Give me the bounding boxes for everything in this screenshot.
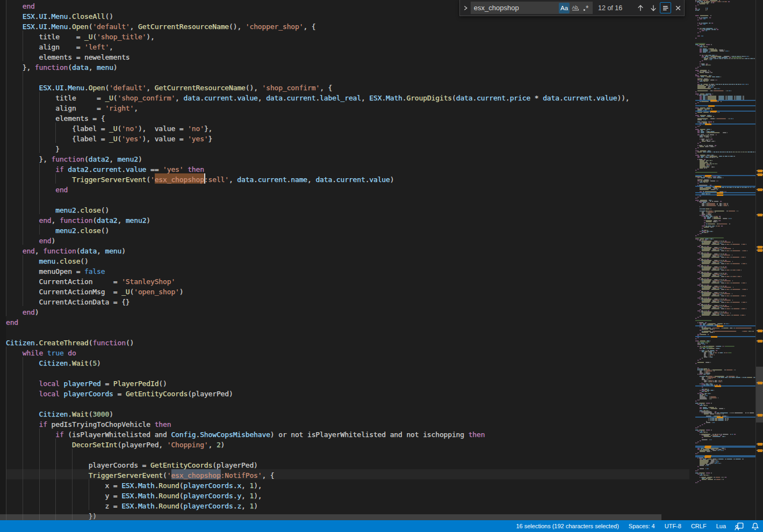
code-line[interactable]: CurrentActionData = {} bbox=[6, 296, 130, 306]
code-line[interactable]: }, function(data, menu) bbox=[6, 61, 118, 71]
code-line[interactable]: end bbox=[6, 0, 35, 10]
code-line[interactable]: end) bbox=[6, 235, 55, 245]
code-line[interactable]: menu.close() bbox=[6, 255, 89, 265]
code-line[interactable]: while true do bbox=[6, 347, 76, 357]
code-line[interactable]: Citizen.Wait(3000) bbox=[6, 408, 113, 418]
minimap-selection-line bbox=[695, 192, 755, 193]
code-line[interactable]: }, function(data2, menu2) bbox=[6, 153, 142, 163]
find-input[interactable]: esx_chopshop Aa Ab * bbox=[471, 2, 593, 14]
code-line[interactable]: Citizen.CreateThread(function() bbox=[6, 337, 134, 347]
code-line[interactable]: if data2.current.value == 'yes' then bbox=[6, 163, 204, 173]
status-encoding[interactable]: UTF-8 bbox=[660, 520, 686, 532]
indent-guide bbox=[6, 71, 6, 82]
minimap-selection-line bbox=[695, 325, 755, 326]
code-line[interactable]: ESX.UI.Menu.Open('default', GetCurrentRe… bbox=[6, 20, 315, 31]
code-line[interactable]: end) bbox=[6, 306, 39, 316]
ruler-find-match-mark bbox=[758, 340, 762, 342]
code-line[interactable]: title = _U('shop_title'), bbox=[6, 31, 155, 41]
horizontal-scrollbar[interactable] bbox=[0, 514, 661, 520]
code-line[interactable]: {label = _U('no'), value = 'no'}, bbox=[6, 122, 212, 133]
code-line[interactable]: Citizen.Wait(5) bbox=[6, 357, 101, 367]
code-line[interactable]: {label = _U('yes'), value = 'yes'} bbox=[6, 133, 212, 143]
minimap-find-match bbox=[717, 417, 723, 418]
indent-guide bbox=[39, 449, 40, 459]
notifications-button[interactable] bbox=[747, 520, 763, 532]
code-line[interactable]: y = ESX.Math.Round(playerCoords.y, 1), bbox=[6, 490, 262, 500]
minimap-find-match bbox=[704, 456, 711, 458]
indent-guide bbox=[6, 398, 6, 408]
code-line[interactable]: CurrentActionMsg = _U('open_shop') bbox=[6, 286, 183, 296]
indent-guide bbox=[6, 449, 6, 459]
toggle-replace-chevron[interactable] bbox=[460, 0, 471, 16]
minimap-find-match bbox=[708, 105, 715, 107]
code-line[interactable]: menu2.close() bbox=[6, 224, 109, 235]
code-line[interactable]: z = ESX.Math.Round(playerCoords.z, 1) bbox=[6, 500, 258, 510]
code-line[interactable]: end, function(data2, menu2) bbox=[6, 214, 150, 224]
chevron-right-icon bbox=[461, 4, 470, 12]
indent-guide bbox=[23, 194, 23, 204]
code-line[interactable]: align = 'right', bbox=[6, 102, 138, 112]
indent-guide bbox=[23, 449, 23, 459]
feedback-button[interactable] bbox=[731, 520, 747, 532]
code-line[interactable]: local playerPed = PlayerPedId() bbox=[6, 377, 167, 388]
editor-left-shade bbox=[0, 0, 6, 520]
code-line[interactable]: ESX.UI.Menu.CloseAll() bbox=[6, 10, 113, 20]
ruler-find-match-mark bbox=[758, 214, 762, 216]
ruler-find-match-mark bbox=[758, 170, 762, 172]
next-match-button[interactable] bbox=[647, 2, 659, 14]
code-line[interactable]: elements = newelements bbox=[6, 51, 130, 61]
find-in-selection-button[interactable] bbox=[660, 2, 671, 13]
previous-match-button[interactable] bbox=[635, 2, 646, 14]
indent-guide bbox=[72, 449, 73, 459]
minimap-find-match bbox=[705, 175, 711, 177]
ruler-find-match-mark bbox=[758, 414, 762, 417]
code-line[interactable]: local playerCoords = GetEntityCoords(pla… bbox=[6, 388, 233, 398]
whole-word-letters: Ab bbox=[572, 4, 578, 10]
bell-icon bbox=[751, 522, 759, 530]
ruler-find-match-mark bbox=[758, 188, 762, 191]
code-line[interactable]: title = _U('shop_confirm', data.current.… bbox=[6, 92, 630, 102]
minimap[interactable] bbox=[689, 0, 755, 520]
whole-word-toggle[interactable]: Ab bbox=[570, 3, 581, 13]
minimap-selection-line bbox=[695, 417, 755, 418]
code-line[interactable]: menuOpen = false bbox=[6, 265, 105, 275]
code-line[interactable]: end bbox=[6, 316, 18, 326]
find-results-count: 12 of 16 bbox=[598, 4, 634, 12]
code-line[interactable]: ESX.UI.Menu.Open('default', GetCurrentRe… bbox=[6, 82, 332, 92]
code-line[interactable]: x = ESX.Math.Round(playerCoords.x, 1), bbox=[6, 479, 262, 490]
close-find-button[interactable] bbox=[672, 2, 684, 14]
minimap-selection-line bbox=[695, 194, 755, 195]
close-icon bbox=[674, 4, 682, 12]
minimap-find-match bbox=[717, 325, 723, 327]
ruler-find-match-mark bbox=[758, 382, 762, 384]
status-bar-right: 16 selections (192 characters selected) … bbox=[511, 520, 763, 532]
code-line[interactable]: playerCoords = GetEntityCoords(playerPed… bbox=[6, 459, 258, 469]
code-line[interactable]: } bbox=[6, 143, 60, 153]
code-line[interactable]: DecorSetInt(playerPed, 'Chopping', 2) bbox=[6, 439, 225, 449]
status-indentation[interactable]: Spaces: 4 bbox=[624, 520, 660, 532]
code-line[interactable]: menu2.close() bbox=[6, 204, 109, 214]
code-line[interactable]: elements = { bbox=[6, 112, 105, 122]
minimap-selection-line bbox=[695, 105, 755, 106]
code-line[interactable]: if pedIsTryingToChopVehicle then bbox=[6, 418, 171, 428]
status-language[interactable]: Lua bbox=[711, 520, 731, 532]
match-case-toggle[interactable]: Aa bbox=[559, 3, 570, 13]
status-selection-info[interactable]: 16 selections (192 characters selected) bbox=[511, 520, 623, 532]
overview-ruler[interactable] bbox=[755, 0, 763, 520]
regex-toggle[interactable]: * bbox=[581, 3, 592, 13]
minimap-find-match bbox=[704, 447, 711, 448]
code-line[interactable]: if (isPlayerWhitelisted and Config.ShowC… bbox=[6, 428, 485, 439]
indent-guide bbox=[39, 194, 40, 204]
code-line[interactable]: end bbox=[6, 184, 68, 194]
code-line[interactable]: CurrentAction = 'StanleyShop' bbox=[6, 275, 175, 286]
minimap-selection-line bbox=[695, 100, 755, 101]
arrow-up-icon bbox=[636, 4, 645, 12]
ruler-find-match-mark bbox=[758, 449, 762, 452]
status-eol[interactable]: CRLF bbox=[686, 520, 711, 532]
code-line[interactable]: align = 'left', bbox=[6, 41, 113, 51]
code-line[interactable]: TriggerServerEvent('esx_chopshop:sell', … bbox=[6, 173, 394, 184]
code-line[interactable]: end, function(data, menu) bbox=[6, 245, 126, 255]
code-editor[interactable]: end ESX.UI.Menu.CloseAll() ESX.UI.Menu.O… bbox=[0, 0, 689, 520]
indent-guide bbox=[6, 367, 6, 377]
code-line[interactable]: TriggerServerEvent('esx_chopshop:NotifPo… bbox=[6, 469, 275, 479]
